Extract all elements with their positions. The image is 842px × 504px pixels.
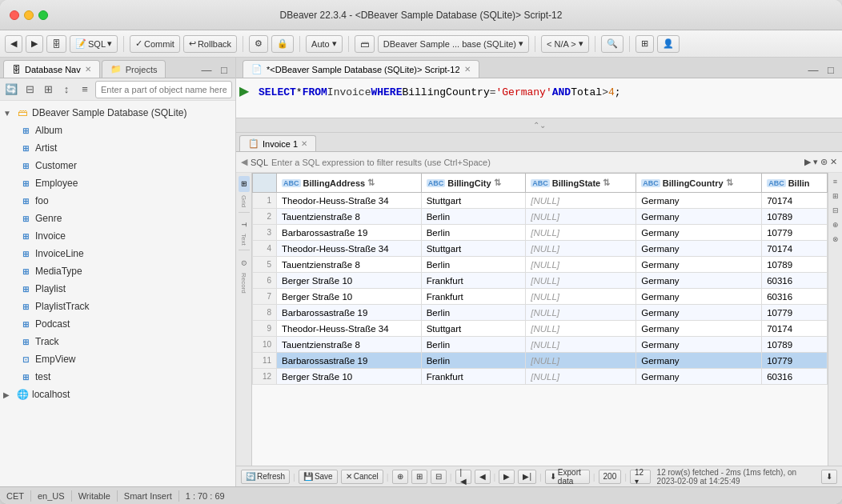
na-dropdown[interactable]: < N/A > ▾ [541,35,589,53]
tree-item-playlist[interactable]: ⊞Playlist [0,280,235,298]
export-data-btn[interactable]: ⬇ Export data [545,470,590,484]
cell-billing-zip-row-3[interactable]: 10779 [762,225,828,241]
table-row[interactable]: 4Theodor-Heuss-Straße 34Stuttgart[NULL]G… [253,241,828,257]
filter-dropdown-btn[interactable]: ▾ [813,157,818,167]
cell-billing-address-row-2[interactable]: Tauentzienstraße 8 [277,209,422,225]
cell-billing-city-row-2[interactable]: Berlin [421,209,526,225]
grid-icon-btn[interactable]: ⊞ [636,35,654,53]
tab-projects[interactable]: 📁 Projects [102,60,166,78]
cell-billing-zip-row-5[interactable]: 10789 [762,257,828,273]
cell-billing-address-row-11[interactable]: Barbarossastraße 19 [277,353,422,369]
settings-button[interactable]: ⚙ [249,35,268,53]
cell-billing-country-row-1[interactable]: Germany [636,193,762,209]
cell-billing-country-row-9[interactable]: Germany [636,321,762,337]
editor-panel-maximize-btn[interactable]: □ [823,62,839,78]
copy-row-btn[interactable]: ⊞ [411,470,427,484]
collapse-btn[interactable]: ⊟ [22,82,38,98]
cell-billing-zip-row-4[interactable]: 70174 [762,241,828,257]
search-button[interactable]: 🔍 [601,35,623,53]
cell-billing-state-row-8[interactable]: [NULL] [526,305,636,321]
tree-item-test[interactable]: ⊞test [0,368,235,386]
cell-billing-state-row-12[interactable]: [NULL] [526,369,636,385]
tree-item-employee[interactable]: ⊞Employee [0,174,235,192]
side-btn-3[interactable]: ⊕ [830,219,841,230]
tree-item-mediatype[interactable]: ⊞MediaType [0,262,235,280]
cell-billing-address-row-5[interactable]: Tauentzienstraße 8 [277,257,422,273]
run-sql-button[interactable]: ▶ [236,83,252,102]
tree-item-invoiceline[interactable]: ⊞InvoiceLine [0,245,235,262]
side-btn-1[interactable]: ⊞ [830,190,841,202]
cell-billing-address-row-8[interactable]: Barbarossastraße 19 [277,305,422,321]
auto-dropdown[interactable]: Auto ▾ [306,35,343,53]
col-header-billing-city[interactable]: ABC BillingCity ⇅ [421,174,526,193]
cell-billing-city-row-6[interactable]: Frankfurt [421,273,526,289]
cell-billing-city-row-10[interactable]: Berlin [421,337,526,353]
col-header-billing-state[interactable]: ABC BillingState ⇅ [526,174,636,193]
next-page-btn[interactable]: ▶ [499,470,515,484]
col-header-billin[interactable]: ABC Billin [762,174,828,193]
cell-billing-address-row-9[interactable]: Theodor-Heuss-Straße 34 [277,321,422,337]
left-panel-maximize-btn[interactable]: □ [216,62,232,78]
lock-button[interactable]: 🔒 [271,35,294,53]
user-icon-btn[interactable]: 👤 [657,35,680,53]
cell-billing-state-row-6[interactable]: [NULL] [526,273,636,289]
filter-apply-btn[interactable]: ⊛ [820,157,828,167]
refresh-tree-btn[interactable]: 🔄 [3,82,19,98]
nav-back-button[interactable]: ◀ [5,35,22,53]
filter-btn[interactable]: ⊞ [40,82,56,98]
cell-billing-city-row-5[interactable]: Berlin [421,257,526,273]
editor-tab-close[interactable]: ✕ [464,65,471,74]
database-button[interactable]: 🗄 [46,35,66,53]
cell-billing-city-row-12[interactable]: Frankfurt [421,369,526,385]
sql-editor[interactable]: ▶ SELECT * FROM Invoice WHERE BillingCou… [236,78,842,118]
tree-item-playlisttrack[interactable]: ⊞PlaylistTrack [0,298,235,315]
db-icon-btn[interactable]: 🗃 [355,35,375,53]
table-row[interactable]: 2Tauentzienstraße 8Berlin[NULL]Germany10… [253,209,828,225]
cell-billing-address-row-7[interactable]: Berger Straße 10 [277,289,422,305]
cell-billing-state-row-1[interactable]: [NULL] [526,193,636,209]
cell-billing-city-row-8[interactable]: Berlin [421,305,526,321]
col-header-billing-country[interactable]: ABC BillingCountry ⇅ [636,174,762,193]
filter-run-btn[interactable]: ▶ [804,157,811,167]
close-button[interactable] [10,10,19,20]
table-row[interactable]: 9Theodor-Heuss-Straße 34Stuttgart[NULL]G… [253,321,828,337]
table-row[interactable]: 7Berger Straße 10Frankfurt[NULL]Germany6… [253,289,828,305]
table-row[interactable]: 5Tauentzienstraße 8Berlin[NULL]Germany10… [253,257,828,273]
tree-localhost[interactable]: ▶ 🌐 localhost [0,386,235,403]
nav-fwd-button[interactable]: ▶ [26,35,43,53]
cell-billing-zip-row-10[interactable]: 10789 [762,337,828,353]
rollback-button[interactable]: ↩ Rollback [183,35,237,53]
tree-root[interactable]: ▼ 🗃 DBeaver Sample Database (SQLite) [0,104,235,122]
cell-billing-address-row-12[interactable]: Berger Straße 10 [277,369,422,385]
cell-billing-country-row-4[interactable]: Germany [636,241,762,257]
table-row[interactable]: 3Barbarossastraße 19Berlin[NULL]Germany1… [253,225,828,241]
cell-billing-city-row-1[interactable]: Stuttgart [421,193,526,209]
cell-billing-state-row-2[interactable]: [NULL] [526,209,636,225]
side-btn-2[interactable]: ⊟ [830,205,841,216]
cell-billing-state-row-5[interactable]: [NULL] [526,257,636,273]
minimize-button[interactable] [24,10,34,20]
table-row[interactable]: 6Berger Straße 10Frankfurt[NULL]Germany6… [253,273,828,289]
cell-billing-zip-row-1[interactable]: 70174 [762,193,828,209]
panel-resize-handle[interactable]: ⌃⌄ [236,118,842,133]
table-row[interactable]: 11Barbarossastraße 19Berlin[NULL]Germany… [253,353,828,369]
tree-item-track[interactable]: ⊞Track [0,333,235,350]
cell-billing-city-row-4[interactable]: Stuttgart [421,241,526,257]
cell-billing-state-row-7[interactable]: [NULL] [526,289,636,305]
commit-button[interactable]: ✓ Commit [130,35,180,53]
side-btn-4[interactable]: ⊗ [830,234,841,245]
cell-billing-city-row-7[interactable]: Frankfurt [421,289,526,305]
tree-item-album[interactable]: ⊞Album [0,122,235,139]
cell-billing-country-row-10[interactable]: Germany [636,337,762,353]
grid-nav-item[interactable]: ⊞ [239,176,250,192]
cell-billing-state-row-9[interactable]: [NULL] [526,321,636,337]
copy-result-btn[interactable]: ⬇ [821,470,837,484]
cell-billing-state-row-4[interactable]: [NULL] [526,241,636,257]
record-nav-item[interactable]: ⊙ [239,255,250,271]
tree-search-input[interactable] [95,81,232,98]
db-dropdown[interactable]: DBeaver Sample ... base (SQLite) ▾ [378,35,529,53]
cell-billing-city-row-11[interactable]: Berlin [421,353,526,369]
editor-tab-script12[interactable]: 📄 *<DBeaver Sample Database (SQLite)> Sc… [243,60,479,78]
col-header-billing-address[interactable]: ABC BillingAddress ⇅ [277,174,422,193]
cell-billing-country-row-12[interactable]: Germany [636,369,762,385]
